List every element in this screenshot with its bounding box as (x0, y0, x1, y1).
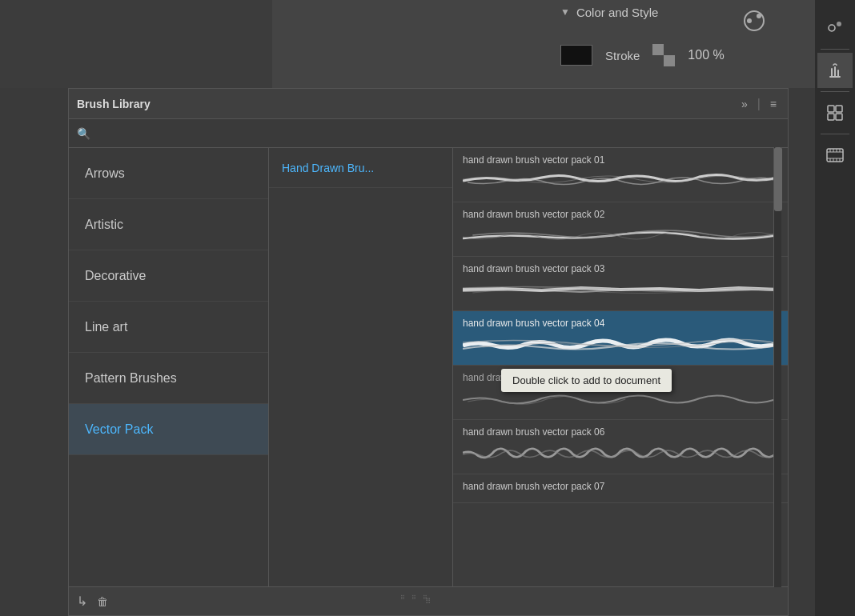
tooltip: Double click to add to document (501, 369, 672, 392)
search-icon: 🔍 (77, 127, 90, 140)
svg-rect-7 (828, 114, 834, 120)
brush-label-6: hand drawn brush vector pack 06 (463, 426, 778, 438)
brush-item-3[interactable]: hand drawn brush vector pack 03 (453, 257, 788, 311)
export-button[interactable]: ↳ (77, 594, 87, 609)
brush-list: hand drawn brush vector pack 01 hand dra… (453, 148, 788, 588)
menu-button[interactable]: ≡ (767, 96, 780, 112)
brush-preview-4 (463, 333, 778, 358)
search-input[interactable] (97, 127, 780, 139)
color-and-style-label-text: Color and Style (576, 6, 659, 19)
right-panel-sep-1 (821, 49, 849, 50)
brush-item-2[interactable]: hand drawn brush vector pack 02 (453, 202, 788, 257)
sidebar-item-vector-pack[interactable]: Vector Pack (69, 404, 268, 455)
panel-header: Brush Library » | ≡ (69, 89, 788, 119)
panel-title: Brush Library (77, 98, 732, 110)
svg-rect-8 (836, 114, 842, 120)
bottom-grip: ⠿ ⠿ ⠿ (400, 594, 430, 602)
right-icon-film[interactable] (817, 138, 853, 173)
brush-item-6[interactable]: hand drawn brush vector pack 06 (453, 420, 788, 474)
top-right-icon[interactable] (741, 8, 767, 37)
checker-icon (652, 44, 675, 66)
brush-item-1[interactable]: hand drawn brush vector pack 01 (453, 148, 788, 202)
sidebar-item-pattern-brushes[interactable]: Pattern Brushes (69, 353, 268, 404)
brush-label-7: hand drawn brush vector pack 07 (463, 481, 778, 492)
scrollbar-track[interactable] (773, 147, 781, 587)
brush-preview-6 (463, 442, 778, 467)
stroke-color-swatch[interactable] (560, 45, 592, 66)
brush-label-2: hand drawn brush vector pack 02 (463, 209, 778, 220)
brush-item-4[interactable]: hand drawn brush vector pack 04 (453, 311, 788, 366)
brush-label-4: hand drawn brush vector pack 04 (463, 318, 778, 329)
svg-point-1 (747, 18, 752, 23)
stroke-percent: 100 % (688, 48, 724, 62)
right-icon-grid[interactable] (817, 95, 853, 130)
brush-item-5[interactable]: hand drawn brush vecto... Double click t… (453, 366, 788, 420)
middle-item-hand-drawn[interactable]: Hand Drawn Bru... (269, 148, 452, 188)
categories-list: Arrows Artistic Decorative Line art Patt… (69, 148, 269, 588)
sidebar-item-decorative[interactable]: Decorative (69, 250, 268, 302)
right-panel (815, 0, 855, 616)
panel-body: Arrows Artistic Decorative Line art Patt… (69, 148, 788, 588)
svg-rect-6 (836, 106, 842, 112)
middle-column: Hand Drawn Bru... (269, 148, 453, 588)
svg-rect-5 (828, 106, 834, 112)
top-bar-left (0, 0, 272, 88)
brush-preview-3 (463, 278, 778, 304)
brush-preview-1 (463, 170, 778, 195)
search-bar: 🔍 (69, 119, 788, 148)
brush-label-3: hand drawn brush vector pack 03 (463, 263, 778, 274)
brush-library-panel: Brush Library » | ≡ 🔍 Arrows Artistic De… (68, 88, 789, 616)
right-icon-hand[interactable] (817, 53, 853, 88)
brush-item-7[interactable]: hand drawn brush vector pack 07 (453, 474, 788, 503)
header-separator: | (757, 97, 761, 111)
delete-icon: 🗑 (97, 595, 108, 608)
brush-label-1: hand drawn brush vector pack 01 (463, 154, 778, 166)
right-icon-circles[interactable] (817, 10, 853, 46)
chevron-down-icon: ▼ (560, 6, 570, 18)
svg-point-2 (757, 14, 761, 18)
stroke-row: Stroke 100 % (560, 44, 725, 66)
expand-button[interactable]: » (738, 96, 751, 112)
right-panel-sep-3 (821, 134, 849, 134)
svg-point-4 (837, 22, 841, 26)
brush-preview-2 (463, 224, 778, 250)
color-and-style-section: ▼ Color and Style (560, 0, 658, 24)
sidebar-item-line-art[interactable]: Line art (69, 302, 268, 353)
scrollbar-thumb[interactable] (774, 147, 782, 211)
stroke-label: Stroke (605, 49, 640, 62)
svg-point-3 (829, 25, 835, 31)
sidebar-item-arrows[interactable]: Arrows (69, 148, 268, 199)
top-right-area: ▼ Color and Style Stroke 100 % (272, 0, 815, 88)
delete-button[interactable]: 🗑 (97, 594, 108, 609)
sidebar-item-artistic[interactable]: Artistic (69, 199, 268, 250)
right-panel-sep-2 (821, 91, 849, 92)
svg-rect-9 (827, 149, 843, 162)
